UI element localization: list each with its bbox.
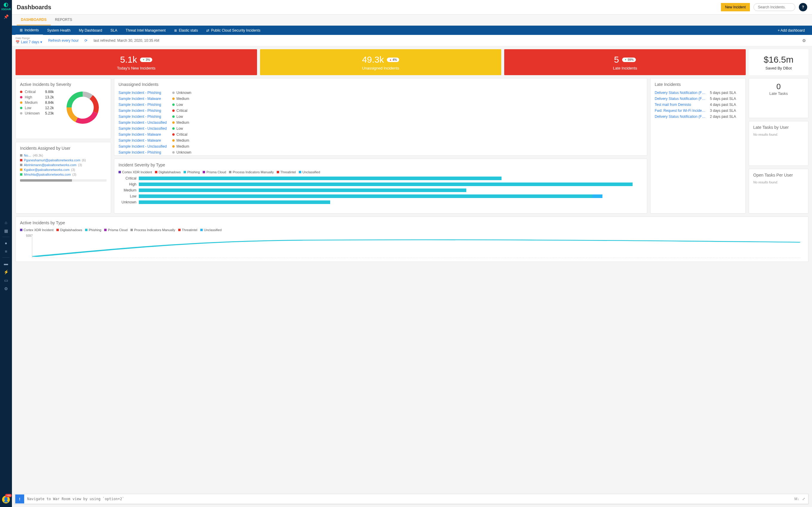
severity-bar-row: Low: [118, 194, 643, 198]
card-unassigned-incidents: Unassigned Incidents Sample Incident - P…: [114, 78, 647, 156]
severity-bar-row: Critical: [118, 176, 643, 180]
refresh-interval-link[interactable]: Refresh every hour: [48, 39, 79, 43]
user-item[interactable]: Mmohta@paloaltonetworks.com(3): [20, 173, 77, 176]
kpi-late[interactable]: 599% Late Incidents: [504, 49, 746, 75]
incident-row[interactable]: Sample Incident - UnclassifiedMedium: [118, 120, 643, 125]
severity-bar-row: Unknown: [118, 200, 643, 204]
nav-my-dashboard[interactable]: My Dashboard: [74, 26, 106, 35]
legend-item[interactable]: Digitalshadows: [155, 170, 181, 174]
incident-row[interactable]: Sample Incident - MalwareMedium: [118, 137, 643, 144]
severity-bar-row: High: [118, 182, 643, 186]
last-refreshed-text: last refreshed: March 30, 2020, 10:35 AM: [93, 39, 159, 43]
user-item[interactable]: Kgabor@paloaltonetworks.com(3): [20, 168, 75, 171]
expand-icon[interactable]: ⤢: [802, 497, 805, 501]
card-assigned-by-user: Incidents Assigned by User No…(49.3k)Pga…: [15, 142, 111, 214]
card-active-by-severity: Active Incidents by Severity Critical9.8…: [15, 78, 111, 139]
dashboard-icon[interactable]: ▦: [0, 227, 12, 235]
dashboard-nav: ⊞Incidents System Health My Dashboard SL…: [12, 25, 812, 35]
markdown-toggle[interactable]: M↓: [795, 497, 799, 501]
legend-item[interactable]: Cortex XDR Incident: [20, 228, 53, 232]
pin-icon[interactable]: 📌: [4, 14, 9, 19]
user-item[interactable]: Abrinkmann@paloaltonetworks.com(3): [20, 163, 82, 167]
gear-icon[interactable]: ⚙: [0, 284, 12, 293]
bolt-icon[interactable]: ⚡: [0, 268, 12, 276]
severity-item[interactable]: High13.2k: [20, 95, 54, 99]
severity-donut-chart: [65, 90, 101, 125]
card-open-tasks-per-user: Open Tasks Per User No results found.: [749, 169, 808, 214]
legend-item[interactable]: Phishing: [85, 228, 101, 232]
card-severity-by-type: Incident Severity by Type Cortex XDR Inc…: [114, 159, 647, 214]
subtabs: DASHBOARDS REPORTS: [12, 15, 812, 25]
brand-logo[interactable]: ◐ XSOAR: [0, 0, 12, 12]
legend-item[interactable]: Unclassified: [299, 170, 320, 174]
card-active-by-type: Active Incidents by Type Cortex XDR Inci…: [15, 217, 808, 262]
sliders-icon[interactable]: ≡: [0, 247, 12, 256]
new-incident-button[interactable]: New Incident: [721, 3, 750, 11]
incident-row[interactable]: Sample Incident - PhishingUnknown: [118, 90, 643, 96]
severity-item[interactable]: Low12.2k: [20, 106, 54, 110]
tab-dashboards[interactable]: DASHBOARDS: [17, 15, 51, 25]
help-button[interactable]: ?: [799, 3, 807, 11]
briefcase-icon[interactable]: ▭: [0, 276, 12, 284]
kpi-new-incidents[interactable]: 5.1k3% Today's New Incidents: [15, 49, 257, 75]
legend-item[interactable]: Threatintel: [178, 228, 197, 232]
card-late-tasks-by-user: Late Tasks by User No results found.: [749, 121, 808, 166]
nav-system-health[interactable]: System Health: [43, 26, 74, 35]
card-late-incidents: Late Incidents Delivery Status Notificat…: [650, 78, 746, 214]
incident-row[interactable]: Sample Incident - PhishingLow: [118, 102, 643, 108]
page-title: Dashboards: [17, 4, 717, 11]
severity-item[interactable]: Medium8.84k: [20, 101, 54, 105]
legend-item[interactable]: Process Indicators Manually: [131, 228, 175, 232]
severity-bar-row: Medium: [118, 188, 643, 192]
legend-item[interactable]: Prisma Cloud: [203, 170, 226, 174]
nav-public-cloud[interactable]: ⇄Public Cloud Security Incidents: [202, 26, 264, 35]
kpi-unassigned[interactable]: 49.3k4% Unassigned Incidents: [260, 49, 502, 75]
home-icon[interactable]: ⌂: [0, 218, 12, 227]
settings-gear-icon[interactable]: ⚙: [802, 38, 808, 43]
legend-item[interactable]: Unclassified: [200, 228, 221, 232]
incident-row[interactable]: Sample Incident - PhishingLow: [118, 114, 643, 120]
legend-item[interactable]: Cortex XDR Incident: [118, 170, 152, 174]
filter-row: Date Range Last 7 days ▾ Refresh every h…: [12, 35, 812, 46]
book-icon[interactable]: ▬: [0, 260, 12, 268]
command-bar: ! M↓ ⤢: [14, 494, 808, 504]
severity-item[interactable]: Unknown5.23k: [20, 111, 54, 115]
command-input[interactable]: [25, 497, 795, 501]
incident-row[interactable]: Sample Incident - MalwareMedium: [118, 96, 643, 102]
command-icon[interactable]: !: [15, 495, 24, 503]
legend-item[interactable]: Prisma Cloud: [104, 228, 128, 232]
legend-item[interactable]: Digitalshadows: [56, 228, 82, 232]
bomb-icon[interactable]: ●: [0, 239, 12, 247]
user-item[interactable]: No…(49.3k): [20, 154, 43, 157]
avatar[interactable]: 👤+99: [2, 496, 10, 503]
left-sidebar: ◐ XSOAR 📌 ⌂ ▦ ● ≡ ▬ ⚡ ▭ ⚙ 👤+99: [0, 0, 12, 507]
tab-reports[interactable]: REPORTS: [51, 15, 77, 25]
refresh-icon[interactable]: ⟳: [85, 39, 88, 43]
late-incident-row[interactable]: Test mail from Demisto4 days past SLA: [655, 102, 741, 108]
nav-sla[interactable]: SLA: [106, 26, 121, 35]
topbar: Dashboards New Incident ?: [12, 0, 812, 15]
card-late-tasks[interactable]: 0 Late Tasks: [749, 78, 808, 118]
calendar-icon: [15, 40, 20, 44]
incident-row[interactable]: Sample Incident - PhishingCritical: [118, 108, 643, 114]
search-input[interactable]: [754, 3, 795, 11]
legend-item[interactable]: Phishing: [184, 170, 200, 174]
nav-threat-intel[interactable]: Threat Intel Management: [121, 26, 170, 35]
add-dashboard-button[interactable]: + Add dashboard: [774, 26, 808, 35]
kpi-saved-dbot[interactable]: $16.5m Saved By DBot: [749, 49, 808, 75]
nav-incidents[interactable]: ⊞Incidents: [15, 25, 43, 35]
user-item[interactable]: Pganeshamurt@paloaltonetworks.com(6): [20, 158, 86, 162]
late-incident-row[interactable]: Delivery Status Notification (Fail…5 day…: [655, 90, 741, 96]
late-incident-row[interactable]: Fwd: Request for Wi-Fi Incident …3 days …: [655, 108, 741, 114]
severity-item[interactable]: Critical9.88k: [20, 90, 54, 94]
legend-item[interactable]: Process Indicators Manually: [229, 170, 274, 174]
legend-item[interactable]: Threatintel: [277, 170, 296, 174]
late-incident-row[interactable]: Delivery Status Notification (Fail…5 day…: [655, 96, 741, 102]
incident-row[interactable]: Sample Incident - PhishingUnknown: [118, 150, 643, 155]
incident-row[interactable]: Sample Incident - UnclassifiedMedium: [118, 144, 643, 150]
late-incident-row[interactable]: Delivery Status Notification (Fail…2 day…: [655, 114, 741, 120]
incident-row[interactable]: Sample Incident - MalwareCritical: [118, 131, 643, 137]
nav-elastic-stats[interactable]: ≣Elastic stats: [170, 26, 202, 35]
incident-row[interactable]: Sample Incident - UnclassifiedLow: [118, 125, 643, 131]
date-range-picker[interactable]: Date Range Last 7 days ▾: [15, 37, 42, 44]
